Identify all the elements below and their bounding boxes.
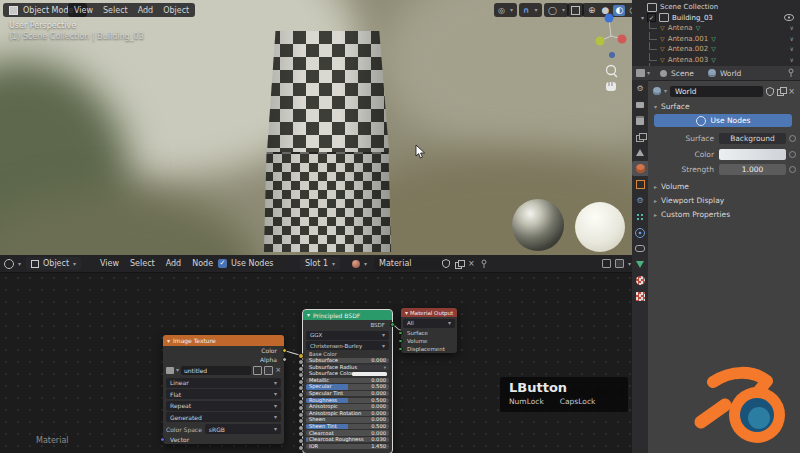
image-icon[interactable] xyxy=(166,367,174,374)
pin-icon[interactable] xyxy=(480,259,488,269)
principled-input-row[interactable]: Subsurface 0.000 ▾ xyxy=(306,358,389,363)
editor-type-dropdown[interactable]: ▾ xyxy=(4,257,21,270)
menu-item[interactable]: View xyxy=(100,259,119,268)
input-socket[interactable] xyxy=(398,339,403,344)
tab-material[interactable] xyxy=(632,273,648,288)
vector-socket[interactable] xyxy=(160,437,165,442)
input-socket[interactable] xyxy=(398,331,403,336)
menu-item[interactable]: View xyxy=(74,6,93,15)
sss-method-dropdown[interactable]: Christensen-Burley ▾ xyxy=(306,341,389,350)
breadcrumb-scene[interactable]: Scene xyxy=(671,69,694,78)
eye-closed-icon[interactable]: ∨ xyxy=(790,24,794,31)
image-texture-node[interactable]: ▾ Image Texture Color Alpha ▾ untitled xyxy=(163,335,284,444)
principled-input-row[interactable]: Subsurface Radius ▾ xyxy=(306,365,389,370)
color-swatch[interactable] xyxy=(719,149,786,160)
breadcrumb-world[interactable]: World xyxy=(720,69,742,78)
viewport-3d[interactable]: Object Mode ▾ ViewSelectAddObject User P… xyxy=(0,0,633,255)
material-name-field[interactable]: Material xyxy=(374,257,442,270)
principled-input-row[interactable]: Base Color ▾ xyxy=(306,352,389,357)
proportional-edit-dropdown[interactable]: ◯ ▾ xyxy=(544,3,569,17)
collapse-icon[interactable]: ▾ xyxy=(405,310,408,316)
principled-input-row[interactable]: Specular Tint 0.000 ▾ xyxy=(306,391,389,396)
shader-type-dropdown[interactable]: Object ▾ xyxy=(26,257,81,270)
collapse-icon[interactable]: ▾ xyxy=(307,312,310,318)
open-image-icon[interactable] xyxy=(264,366,273,375)
shader-editor[interactable]: ▾ Object ▾ ViewSelectAddNode ✓ Use Nodes… xyxy=(0,255,632,453)
surface-dropdown[interactable]: Background xyxy=(719,133,786,144)
outliner-object-row[interactable]: ▽ Antena.002 ▽ ∨ xyxy=(632,44,800,55)
principled-input-row[interactable]: Metallic 0.000 ▾ xyxy=(306,378,389,383)
eye-open-icon[interactable] xyxy=(784,14,794,21)
target-dropdown[interactable]: All ▾ xyxy=(403,319,455,328)
tab-physics[interactable] xyxy=(632,225,648,240)
principled-input-row[interactable]: Anisotropic 0.000 ▾ xyxy=(306,404,389,409)
tab-object[interactable] xyxy=(632,177,648,192)
node-dropdown[interactable]: Flat ▾ xyxy=(166,389,281,399)
scene-collection-row[interactable]: Scene Collection xyxy=(632,2,800,13)
collapse-icon[interactable]: ▾ xyxy=(167,338,170,344)
surface-panel-header[interactable]: ▾ Surface xyxy=(654,102,690,111)
node-header[interactable]: ▾ Material Output xyxy=(401,308,457,317)
use-nodes-checkbox[interactable]: ✓ Use Nodes xyxy=(218,257,274,270)
principled-input-row[interactable]: Specular 0.500 ▾ xyxy=(306,384,389,389)
overlay-node-icon[interactable] xyxy=(615,259,624,268)
bsdf-socket[interactable] xyxy=(390,322,395,327)
animate-dot[interactable] xyxy=(789,135,796,142)
menu-item[interactable]: Object xyxy=(163,6,189,15)
tab-view-layer[interactable] xyxy=(632,129,648,144)
volume-panel-header[interactable]: ▸ Volume xyxy=(654,182,689,191)
building-mesh-upper[interactable] xyxy=(267,31,389,152)
outliner-object-row[interactable]: ▽ Antena ▽ ∨ xyxy=(632,23,800,34)
menu-item[interactable]: Node xyxy=(192,259,213,268)
principled-input-row[interactable]: IOR 1.450 ▾ xyxy=(306,444,389,449)
expand-icon[interactable]: ▾ xyxy=(641,15,644,21)
tab-tool[interactable]: ⚙ xyxy=(632,81,648,96)
unlink-icon[interactable]: × xyxy=(468,259,475,268)
principled-bsdf-node[interactable]: ▾ Principled BSDF BSDF GGX ▾ Christensen… xyxy=(303,310,392,453)
alpha-socket[interactable] xyxy=(282,357,287,362)
navigation-gizmo[interactable] xyxy=(592,8,630,94)
tab-constraints[interactable] xyxy=(632,241,648,256)
pivot-dropdown[interactable]: ◎ ▾ xyxy=(494,3,517,17)
principled-input-row[interactable]: Clearcoat 0.000 ▾ xyxy=(306,430,389,435)
principled-input-row[interactable]: Sheen Tint 0.500 ▾ xyxy=(306,424,389,429)
custom-properties-panel-header[interactable]: ▸ Custom Properties xyxy=(654,210,730,219)
tab-scene[interactable] xyxy=(632,145,648,160)
eye-closed-icon[interactable]: ∨ xyxy=(790,45,794,52)
outliner-object-row[interactable]: ▽ Antena.001 ▽ ∨ xyxy=(632,34,800,45)
tab-output[interactable] xyxy=(632,113,648,128)
node-dropdown[interactable]: Generated ▾ xyxy=(166,412,281,422)
principled-input-row[interactable]: Roughness 0.500 ▾ xyxy=(306,398,389,403)
copy-icon[interactable] xyxy=(777,87,785,95)
tab-world[interactable] xyxy=(632,161,648,176)
tab-particles[interactable] xyxy=(632,209,648,224)
image-name-field[interactable]: untitled xyxy=(181,366,251,375)
unlink-icon[interactable]: × xyxy=(788,87,795,96)
material-slot-dropdown[interactable]: Slot 1 ▾ xyxy=(300,257,340,270)
menu-item[interactable]: Select xyxy=(130,259,155,268)
fake-user-shield-icon[interactable] xyxy=(442,259,450,268)
principled-input-row[interactable]: Clearcoat Roughness 0.030 ▾ xyxy=(306,437,389,442)
principled-input-row[interactable]: Sheen 0.000 ▾ xyxy=(306,417,389,422)
color-socket[interactable] xyxy=(282,348,287,353)
tab-texture[interactable] xyxy=(632,289,648,304)
node-dropdown[interactable]: Linear ▾ xyxy=(166,378,281,388)
animate-dot[interactable] xyxy=(789,166,796,173)
snap-node-icon[interactable] xyxy=(602,259,611,268)
eye-closed-icon[interactable]: ∨ xyxy=(790,56,794,63)
pin-icon[interactable] xyxy=(787,68,795,78)
eye-closed-icon[interactable]: ∨ xyxy=(790,35,794,42)
principled-input-row[interactable]: Anisotropic Rotation 0.000 ▾ xyxy=(306,411,389,416)
material-browse-dropdown[interactable]: ▾ xyxy=(352,257,367,270)
node-header[interactable]: ▾ Image Texture xyxy=(163,335,284,346)
strength-field[interactable]: 1.000 xyxy=(719,164,786,175)
color-space-dropdown[interactable]: sRGB ▾ xyxy=(205,424,281,434)
tab-modifiers[interactable]: ⚙ xyxy=(632,193,648,208)
unlink-icon[interactable]: × xyxy=(275,366,281,374)
tab-object-data[interactable] xyxy=(632,257,648,272)
node-canvas[interactable]: ▾ Image Texture Color Alpha ▾ untitled xyxy=(0,272,632,453)
building-mesh-lower[interactable] xyxy=(264,152,391,252)
tab-render[interactable] xyxy=(632,97,648,112)
menu-item[interactable]: Select xyxy=(103,6,128,15)
world-name-field[interactable]: World xyxy=(670,86,763,97)
